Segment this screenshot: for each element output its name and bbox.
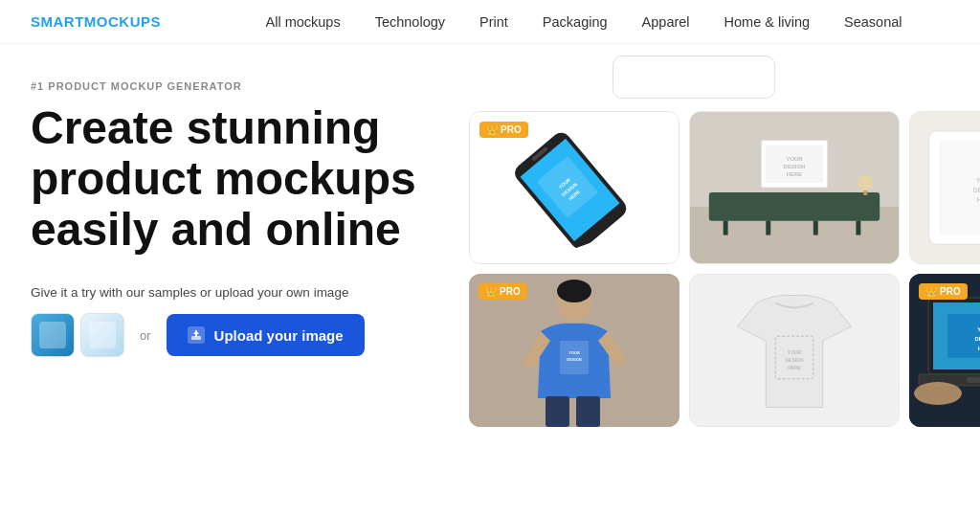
svg-text:HERE: HERE xyxy=(787,171,803,177)
svg-marker-2 xyxy=(193,330,199,334)
pro-crown-icon-person: 👑 xyxy=(485,286,497,297)
hero-left: #1 PRODUCT MOCKUP GENERATOR Create stunn… xyxy=(0,44,450,504)
svg-text:DESIGN: DESIGN xyxy=(974,336,980,342)
nav-item-print[interactable]: Print xyxy=(479,14,508,30)
svg-text:YOUR: YOUR xyxy=(568,350,580,355)
svg-rect-12 xyxy=(709,192,880,221)
svg-point-22 xyxy=(858,175,873,190)
svg-point-52 xyxy=(914,382,962,405)
sample-thumb-inner-2 xyxy=(89,322,116,348)
svg-text:DESIGN: DESIGN xyxy=(567,357,581,362)
upload-button[interactable]: Upload your image xyxy=(167,314,365,356)
pro-badge-phone: 👑 PRO xyxy=(479,122,528,138)
room-mockup-card[interactable]: YOUR DESIGN HERE xyxy=(689,111,900,264)
svg-text:YOUR: YOUR xyxy=(788,350,802,355)
svg-rect-37 xyxy=(576,396,600,427)
pro-badge-label-laptop: PRO xyxy=(940,286,961,297)
headline-line3: easily and online xyxy=(31,204,401,255)
upload-icon xyxy=(188,326,205,344)
tshirt-svg: YOUR DESIGN HERE xyxy=(690,274,899,427)
svg-rect-16 xyxy=(856,221,860,235)
logo[interactable]: SMARTMOCKUPS xyxy=(31,13,161,30)
cta-text: Give it a try with our samples or upload… xyxy=(31,285,450,300)
svg-text:DESIGN: DESIGN xyxy=(786,358,804,363)
main-nav: All mockups Technology Print Packaging A… xyxy=(218,14,949,30)
svg-text:YOUR: YOUR xyxy=(786,156,803,162)
pro-badge-label: PRO xyxy=(501,124,522,135)
svg-point-32 xyxy=(557,280,591,302)
svg-text:DESIGN: DESIGN xyxy=(784,164,806,169)
cta-row: or Upload your image xyxy=(31,313,450,357)
sample-images xyxy=(31,313,124,357)
nav-item-apparel[interactable]: Apparel xyxy=(642,14,690,30)
pro-crown-icon: 👑 xyxy=(486,124,498,135)
tagline: #1 PRODUCT MOCKUP GENERATOR xyxy=(31,80,450,92)
person-mockup-card[interactable]: 👑 PRO YOUR DESIGN xyxy=(469,274,679,427)
pro-badge-laptop: 👑 PRO xyxy=(919,283,968,300)
laptop-mockup-card[interactable]: 👑 PRO YOUR DESIGN HERE xyxy=(909,274,980,427)
mockup-grid: 👑 PRO YOUR DESIGN HERE xyxy=(459,101,980,437)
svg-rect-36 xyxy=(546,396,569,427)
headline-line1: Create stunning xyxy=(31,102,380,153)
svg-text:HERE: HERE xyxy=(788,366,801,370)
svg-rect-15 xyxy=(813,221,818,235)
upload-button-label: Upload your image xyxy=(214,327,344,344)
pro-crown-icon-laptop: 👑 xyxy=(925,286,937,297)
svg-text:DESIGN: DESIGN xyxy=(973,187,980,193)
top-placeholder-card xyxy=(612,56,775,99)
header: SMARTMOCKUPS All mockups Technology Prin… xyxy=(0,0,980,44)
nav-item-home-living[interactable]: Home & living xyxy=(724,14,810,30)
tshirt-mockup-card[interactable]: YOUR DESIGN HERE xyxy=(689,274,900,427)
svg-rect-13 xyxy=(724,221,728,235)
headline-line2: product mockups xyxy=(31,153,416,204)
svg-rect-51 xyxy=(967,377,980,383)
phone-mockup-card[interactable]: 👑 PRO YOUR DESIGN HERE xyxy=(469,111,679,264)
sample-thumb-inner-1 xyxy=(39,322,66,348)
nav-item-all-mockups[interactable]: All mockups xyxy=(266,14,341,30)
svg-text:HERE: HERE xyxy=(976,196,980,203)
svg-rect-23 xyxy=(863,190,867,195)
pro-badge-person: 👑 PRO xyxy=(479,283,527,300)
cta-section: Give it a try with our samples or upload… xyxy=(31,285,450,357)
extra-svg: YOUR DESIGN HERE xyxy=(910,111,980,264)
nav-item-packaging[interactable]: Packaging xyxy=(543,14,608,30)
svg-rect-14 xyxy=(766,221,770,235)
hero-section: #1 PRODUCT MOCKUP GENERATOR Create stunn… xyxy=(0,44,980,504)
nav-item-seasonal[interactable]: Seasonal xyxy=(844,14,902,30)
room-svg: YOUR DESIGN HERE xyxy=(690,111,899,264)
headline: Create stunning product mockups easily a… xyxy=(31,103,450,255)
svg-text:YOUR: YOUR xyxy=(976,177,980,184)
pro-badge-label-person: PRO xyxy=(500,286,521,297)
extra-mockup-card[interactable]: YOUR DESIGN HERE xyxy=(909,111,980,264)
hero-right: 👑 PRO YOUR DESIGN HERE xyxy=(450,44,980,504)
or-label: or xyxy=(140,328,151,343)
sample-thumb-2[interactable] xyxy=(80,313,124,357)
nav-item-technology[interactable]: Technology xyxy=(375,14,445,30)
sample-thumb-1[interactable] xyxy=(31,313,75,357)
